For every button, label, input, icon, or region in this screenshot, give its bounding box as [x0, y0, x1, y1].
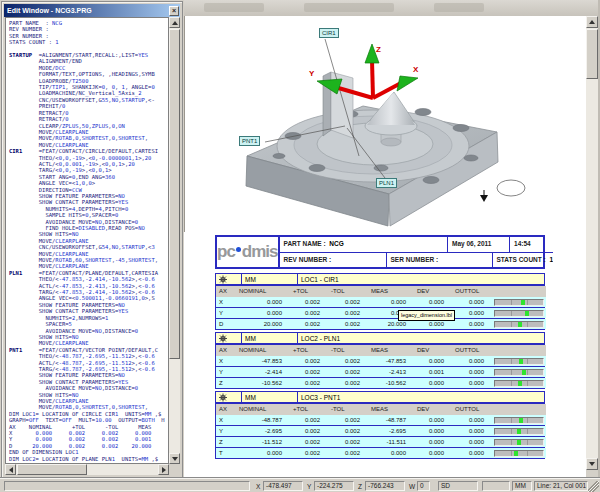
dimension-row: D20.0000.0020.00220.0000.0000.000: [215, 319, 545, 330]
cell-ptol: 0.002: [290, 367, 328, 377]
edit-window-title: Edit Window - NCG3.PRG: [7, 7, 92, 14]
cell-dev: 0.000: [414, 356, 452, 366]
deviation-marker: [521, 300, 525, 305]
report-date: May 06, 2011: [447, 237, 509, 252]
part-name-cell: PART NAME : NCG: [280, 237, 447, 252]
bar-divider: [527, 381, 528, 386]
tooltip: legacy_dimension.lbl: [398, 310, 455, 321]
part-name-label: PART NAME :: [284, 240, 326, 247]
status-bar: X -478.497 Y -224.275 Z -766.243 W 0 SD …: [0, 478, 600, 492]
cell-ax: Y: [216, 367, 236, 377]
dimension-units: MM: [242, 333, 298, 343]
column-header: MEAS: [368, 345, 414, 356]
dimension-band: MMLOC2 - PLN1: [215, 332, 545, 345]
column-header: -TOL: [328, 404, 368, 415]
gear-icon: [216, 392, 242, 402]
logo-text-dmis: dmis: [242, 242, 278, 262]
code-line: CNC/USEWORKOFFSET,G54,NO,STARTUP,<3: [9, 244, 168, 250]
dimension-column-headers: AXNOMINAL+TOL-TOLMEASDEVOUTTOL: [215, 286, 545, 297]
bar-divider: [527, 370, 528, 375]
column-header: +TOL: [290, 286, 328, 297]
scroll-up-button[interactable]: [586, 16, 598, 28]
dimension-column-headers: AXNOMINAL+TOL-TOLMEASDEVOUTTOL: [215, 345, 545, 356]
probe-icon: [480, 190, 488, 202]
cell-outtol: 0.000: [452, 308, 492, 318]
scroll-right-button[interactable]: [158, 464, 169, 475]
scroll-down-button[interactable]: [586, 458, 598, 470]
resize-grip[interactable]: [588, 481, 599, 492]
cell-nominal: -47.853: [236, 356, 290, 366]
deviation-bar: [494, 417, 544, 424]
dimension-row: Z-10.5620.0020.002-10.5620.0000.000: [215, 378, 545, 389]
arrow-right-icon: [162, 467, 166, 473]
cell-outtol: 0.000: [452, 356, 492, 366]
column-header: +TOL: [290, 345, 328, 356]
bar-divider: [527, 359, 528, 364]
close-icon[interactable]: ×: [169, 6, 179, 16]
dimension-row: Y-2.4140.0020.002-2.4130.0010.000: [215, 367, 545, 378]
logo-dot-icon: [236, 247, 241, 252]
cell-ptol: 0.002: [290, 378, 328, 388]
part-name-value: NCG: [329, 240, 343, 247]
deviation-marker: [518, 322, 522, 327]
column-header: AX: [216, 404, 236, 415]
editor-vertical-scrollbar[interactable]: [169, 17, 180, 464]
cell-outtol: 0.000: [452, 297, 492, 307]
column-header: NOMINAL: [236, 345, 290, 356]
deviation-bar: [494, 428, 544, 435]
column-header-graph: [492, 404, 546, 415]
cell-ax: Z: [216, 437, 236, 447]
feature-label-cir1[interactable]: CIR1: [319, 28, 339, 38]
axis-y-label: Y: [309, 69, 315, 78]
cell-graph: [492, 319, 546, 329]
graphics-vertical-scrollbar[interactable]: [586, 16, 598, 470]
cell-ptol: 0.002: [290, 297, 328, 307]
cell-meas: -10.562: [368, 378, 414, 388]
editor-horizontal-scrollbar[interactable]: [5, 464, 169, 475]
report-panel: pcdmis PART NAME : NCG May 06, 2011 14:5…: [184, 232, 586, 478]
cell-ax: T: [216, 448, 236, 458]
scrollbar-track[interactable]: [586, 16, 598, 470]
cell-nominal: -2.414: [236, 367, 290, 377]
scroll-down-button[interactable]: [169, 453, 180, 464]
status-w-value: 0: [417, 481, 430, 491]
feature-label-pnt1[interactable]: PNT1: [239, 136, 260, 146]
cell-ntol: 0.002: [328, 308, 368, 318]
feature-label-pln1[interactable]: PLN1: [376, 178, 397, 188]
cell-ax: D: [216, 319, 236, 329]
code-editor[interactable]: PART NAME : NCGREV NUMBER :SER NUMBER :S…: [5, 17, 169, 464]
pcdmis-app-window: Edit Window - NCG3.PRG × PART NAME : NCG…: [0, 0, 600, 492]
status-y-value: -224.275: [314, 481, 354, 491]
cell-ntol: 0.002: [328, 415, 368, 425]
edit-window-titlebar[interactable]: Edit Window - NCG3.PRG ×: [4, 4, 180, 17]
deviation-marker: [514, 451, 518, 456]
bar-divider: [527, 300, 528, 305]
cell-dev: 0.000: [414, 437, 452, 447]
dimension-units: MM: [242, 392, 298, 402]
code-line: GRAPH=OFF TEXT=OFF MULT=10.00 OUTPUT=BOT…: [9, 417, 168, 423]
scrollbar-thumb[interactable]: [169, 29, 180, 359]
bar-divider: [527, 322, 528, 327]
code-line: ANGLE VEC=<0.500011,-0.0660191,0>,S: [9, 295, 168, 301]
scrollbar-thumb[interactable]: [17, 464, 87, 475]
scroll-up-button[interactable]: [169, 17, 180, 28]
cell-nominal: 0.000: [236, 297, 290, 307]
scrollbar-thumb[interactable]: [586, 29, 598, 79]
stats-count-value: 1: [549, 256, 553, 263]
dimension-title: LOC3 - PNT1: [298, 392, 544, 402]
deviation-bar: [494, 310, 544, 317]
cell-graph: [492, 415, 546, 425]
cell-ptol: 0.002: [290, 415, 328, 425]
cell-ntol: 0.002: [328, 437, 368, 447]
scrollbar-corner: [169, 464, 180, 475]
deviation-bar: [494, 380, 544, 387]
bar-divider: [511, 451, 512, 456]
column-header: OUTTOL: [452, 286, 492, 297]
gear-icon: [216, 274, 242, 284]
graphics-viewport[interactable]: Z Y X CIR1 PNT1 PLN1: [184, 16, 586, 232]
cell-nominal: 20.000: [236, 319, 290, 329]
bar-divider: [511, 300, 512, 305]
scroll-left-button[interactable]: [5, 464, 16, 475]
cell-graph: [492, 356, 546, 366]
cell-meas: -2.413: [368, 367, 414, 377]
